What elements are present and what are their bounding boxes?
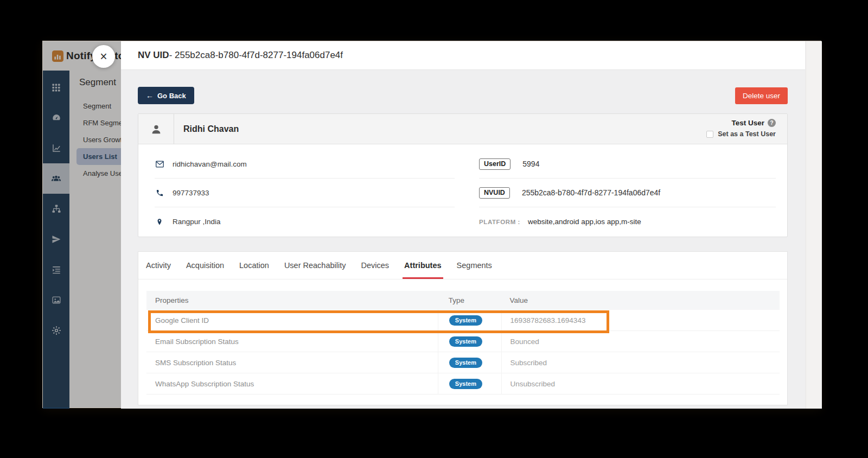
type-badge: System bbox=[449, 358, 482, 368]
modal-title-uuid: - 255b2ca8-b780-4f7d-8277-194fa06d7e4f bbox=[169, 50, 343, 61]
location-pin-icon bbox=[155, 218, 164, 226]
type-badge: System bbox=[449, 315, 482, 326]
userid-badge: UserID bbox=[479, 158, 510, 170]
tab-devices[interactable]: Devices bbox=[354, 252, 397, 279]
platform-value: website,android app,ios app,m-site bbox=[528, 218, 641, 226]
app-window: NotifyVisitors bbox=[42, 41, 821, 408]
modal-title: NV UID - 255b2ca8-b780-4f7d-8277-194fa06… bbox=[121, 41, 805, 70]
tab-acquisition[interactable]: Acquisition bbox=[178, 252, 232, 279]
delete-user-button[interactable]: Delete user bbox=[735, 87, 788, 104]
attributes-table: Properties Type Value Google Client ID S… bbox=[146, 291, 780, 395]
tab-user-reachability[interactable]: User Reachability bbox=[277, 252, 354, 279]
tab-attributes[interactable]: Attributes bbox=[397, 252, 449, 279]
type-badge: System bbox=[449, 336, 482, 347]
tab-bar: Activity Acquisition Location User Reach… bbox=[138, 252, 787, 279]
go-back-button[interactable]: ←Go Back bbox=[138, 87, 194, 104]
test-user-label: Test User bbox=[731, 119, 764, 127]
user-name: Ridhi Chavan bbox=[183, 124, 239, 134]
screenshot-stage: NotifyVisitors bbox=[0, 0, 868, 458]
user-location: Rangpur ,India bbox=[173, 218, 221, 226]
column-properties: Properties bbox=[146, 296, 438, 304]
column-type: Type bbox=[438, 296, 501, 304]
tab-segments[interactable]: Segments bbox=[449, 252, 500, 279]
close-icon[interactable]: × bbox=[92, 45, 115, 68]
table-row-google-client-id[interactable]: Google Client ID System 16938782683.1694… bbox=[146, 310, 780, 331]
avatar bbox=[138, 114, 174, 144]
column-value: Value bbox=[501, 296, 780, 304]
user-detail-tabs-card: Activity Acquisition Location User Reach… bbox=[138, 251, 788, 405]
modal-title-label: NV UID bbox=[138, 50, 169, 61]
user-email: ridhichavan@mail.com bbox=[173, 160, 247, 168]
tab-activity[interactable]: Activity bbox=[138, 252, 178, 279]
table-row-email-subscription[interactable]: Email Subscription Status System Bounced bbox=[146, 331, 780, 352]
set-test-user-checkbox[interactable] bbox=[706, 131, 713, 138]
table-header: Properties Type Value bbox=[146, 291, 780, 310]
table-row-whatsapp-subscription[interactable]: WhatsApp Subscription Status System Unsu… bbox=[146, 373, 780, 395]
user-detail-modal: × NV UID - 255b2ca8-b780-4f7d-8277-194fa… bbox=[121, 41, 822, 409]
email-icon bbox=[155, 160, 164, 169]
nvuid-value: 255b2ca8-b780-4f7d-8277-194fa06d7e4f bbox=[522, 188, 660, 197]
type-badge: System bbox=[449, 379, 482, 389]
user-phone: 997737933 bbox=[173, 189, 209, 197]
platform-label: PLATFORM : bbox=[479, 219, 520, 225]
tab-location[interactable]: Location bbox=[232, 252, 277, 279]
user-avatar-icon bbox=[150, 123, 162, 135]
set-test-user-label: Set as a Test User bbox=[718, 130, 776, 138]
nvuid-badge: NVUID bbox=[479, 187, 510, 199]
modal-scrollbar[interactable] bbox=[806, 41, 822, 409]
phone-icon bbox=[155, 189, 164, 197]
table-row-sms-subscription[interactable]: SMS Subscription Status System Subscribe… bbox=[146, 352, 780, 373]
back-arrow-icon: ← bbox=[146, 91, 154, 100]
help-icon[interactable]: ? bbox=[768, 119, 776, 127]
user-summary-card: Ridhi Chavan Test User ? Set as a Test U… bbox=[138, 113, 788, 237]
userid-value: 5994 bbox=[522, 160, 539, 168]
